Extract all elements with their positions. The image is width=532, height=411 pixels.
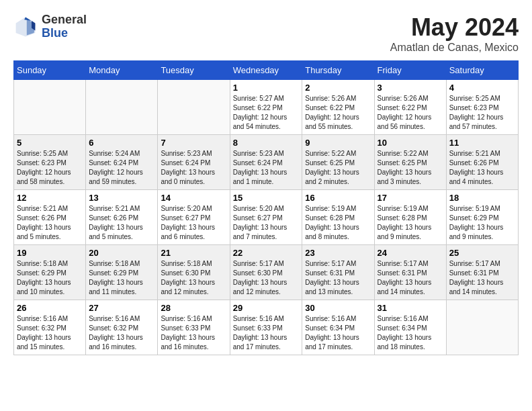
- day-number: 16: [305, 193, 371, 203]
- day-number: 31: [378, 303, 443, 313]
- day-number: 8: [233, 138, 300, 148]
- day-info: Sunrise: 5:25 AMSunset: 6:23 PMDaylight:…: [17, 149, 83, 187]
- day-info: Sunrise: 5:25 AMSunset: 6:23 PMDaylight:…: [449, 94, 515, 132]
- day-info: Sunrise: 5:16 AMSunset: 6:34 PMDaylight:…: [378, 314, 443, 352]
- day-info: Sunrise: 5:20 AMSunset: 6:27 PMDaylight:…: [161, 204, 226, 242]
- calendar-cell: 21Sunrise: 5:18 AMSunset: 6:30 PMDayligh…: [158, 245, 230, 300]
- calendar-cell: 13Sunrise: 5:21 AMSunset: 6:26 PMDayligh…: [86, 190, 158, 245]
- calendar-cell: 12Sunrise: 5:21 AMSunset: 6:26 PMDayligh…: [14, 190, 86, 245]
- calendar-cell: 27Sunrise: 5:16 AMSunset: 6:32 PMDayligh…: [86, 300, 158, 355]
- calendar-cell: 7Sunrise: 5:23 AMSunset: 6:24 PMDaylight…: [158, 135, 230, 190]
- day-info: Sunrise: 5:16 AMSunset: 6:33 PMDaylight:…: [233, 314, 300, 352]
- calendar-cell: 25Sunrise: 5:17 AMSunset: 6:31 PMDayligh…: [446, 245, 518, 300]
- day-info: Sunrise: 5:26 AMSunset: 6:22 PMDaylight:…: [305, 94, 371, 132]
- calendar-cell: 10Sunrise: 5:22 AMSunset: 6:25 PMDayligh…: [374, 135, 446, 190]
- day-number: 10: [378, 138, 443, 148]
- logo-text: General Blue: [42, 13, 87, 40]
- day-number: 22: [233, 248, 300, 258]
- day-info: Sunrise: 5:16 AMSunset: 6:32 PMDaylight:…: [89, 314, 154, 352]
- day-number: 26: [17, 303, 83, 313]
- calendar-cell: 20Sunrise: 5:18 AMSunset: 6:29 PMDayligh…: [86, 245, 158, 300]
- title-block: May 2024 Amatlan de Canas, Mexico: [390, 13, 519, 54]
- day-number: 28: [161, 303, 226, 313]
- day-number: 29: [233, 303, 300, 313]
- day-number: 9: [305, 138, 371, 148]
- day-number: 7: [161, 138, 226, 148]
- day-info: Sunrise: 5:24 AMSunset: 6:24 PMDaylight:…: [89, 149, 154, 187]
- calendar-cell: 17Sunrise: 5:19 AMSunset: 6:28 PMDayligh…: [374, 190, 446, 245]
- day-number: 5: [17, 138, 83, 148]
- day-number: 11: [449, 138, 515, 148]
- calendar-table: SundayMondayTuesdayWednesdayThursdayFrid…: [13, 60, 519, 355]
- calendar-cell: 1Sunrise: 5:27 AMSunset: 6:22 PMDaylight…: [230, 80, 302, 135]
- day-info: Sunrise: 5:26 AMSunset: 6:22 PMDaylight:…: [378, 94, 443, 132]
- calendar-cell: 22Sunrise: 5:17 AMSunset: 6:30 PMDayligh…: [230, 245, 302, 300]
- day-info: Sunrise: 5:19 AMSunset: 6:28 PMDaylight:…: [305, 204, 371, 242]
- day-number: 6: [89, 138, 154, 148]
- header-sunday: Sunday: [14, 61, 86, 80]
- day-number: 4: [449, 83, 515, 93]
- day-info: Sunrise: 5:20 AMSunset: 6:27 PMDaylight:…: [233, 204, 300, 242]
- calendar-week-row: 12Sunrise: 5:21 AMSunset: 6:26 PMDayligh…: [14, 190, 519, 245]
- day-number: 21: [161, 248, 226, 258]
- header-saturday: Saturday: [446, 61, 518, 80]
- day-number: 17: [378, 193, 443, 203]
- location-subtitle: Amatlan de Canas, Mexico: [390, 42, 519, 54]
- day-info: Sunrise: 5:17 AMSunset: 6:30 PMDaylight:…: [233, 259, 300, 297]
- day-info: Sunrise: 5:19 AMSunset: 6:28 PMDaylight:…: [378, 204, 443, 242]
- logo-icon: [13, 15, 38, 39]
- calendar-cell: 30Sunrise: 5:16 AMSunset: 6:34 PMDayligh…: [302, 300, 374, 355]
- month-year-title: May 2024: [390, 13, 519, 42]
- calendar-cell: 9Sunrise: 5:22 AMSunset: 6:25 PMDaylight…: [302, 135, 374, 190]
- calendar-cell: 6Sunrise: 5:24 AMSunset: 6:24 PMDaylight…: [86, 135, 158, 190]
- calendar-cell: 24Sunrise: 5:17 AMSunset: 6:31 PMDayligh…: [374, 245, 446, 300]
- day-number: 27: [89, 303, 154, 313]
- calendar-cell: 11Sunrise: 5:21 AMSunset: 6:26 PMDayligh…: [446, 135, 518, 190]
- day-number: 18: [449, 193, 515, 203]
- calendar-week-row: 26Sunrise: 5:16 AMSunset: 6:32 PMDayligh…: [14, 300, 519, 355]
- day-info: Sunrise: 5:18 AMSunset: 6:29 PMDaylight:…: [17, 259, 83, 297]
- calendar-cell: [86, 80, 158, 135]
- calendar-cell: 4Sunrise: 5:25 AMSunset: 6:23 PMDaylight…: [446, 80, 518, 135]
- calendar-cell: 18Sunrise: 5:19 AMSunset: 6:29 PMDayligh…: [446, 190, 518, 245]
- day-info: Sunrise: 5:18 AMSunset: 6:29 PMDaylight:…: [89, 259, 154, 297]
- calendar-cell: 31Sunrise: 5:16 AMSunset: 6:34 PMDayligh…: [374, 300, 446, 355]
- day-number: 3: [378, 83, 443, 93]
- calendar-cell: [446, 300, 518, 355]
- day-number: 12: [17, 193, 83, 203]
- day-info: Sunrise: 5:21 AMSunset: 6:26 PMDaylight:…: [17, 204, 83, 242]
- calendar-header-row: SundayMondayTuesdayWednesdayThursdayFrid…: [14, 61, 519, 80]
- header-thursday: Thursday: [302, 61, 374, 80]
- calendar-week-row: 1Sunrise: 5:27 AMSunset: 6:22 PMDaylight…: [14, 80, 519, 135]
- day-number: 14: [161, 193, 226, 203]
- day-info: Sunrise: 5:18 AMSunset: 6:30 PMDaylight:…: [161, 259, 226, 297]
- day-info: Sunrise: 5:17 AMSunset: 6:31 PMDaylight:…: [305, 259, 371, 297]
- calendar-week-row: 5Sunrise: 5:25 AMSunset: 6:23 PMDaylight…: [14, 135, 519, 190]
- day-number: 23: [305, 248, 371, 258]
- logo: General Blue: [13, 13, 87, 40]
- calendar-cell: 19Sunrise: 5:18 AMSunset: 6:29 PMDayligh…: [14, 245, 86, 300]
- day-info: Sunrise: 5:21 AMSunset: 6:26 PMDaylight:…: [449, 149, 515, 187]
- day-info: Sunrise: 5:17 AMSunset: 6:31 PMDaylight:…: [449, 259, 515, 297]
- day-number: 25: [449, 248, 515, 258]
- day-info: Sunrise: 5:17 AMSunset: 6:31 PMDaylight:…: [378, 259, 443, 297]
- day-number: 24: [378, 248, 443, 258]
- day-info: Sunrise: 5:19 AMSunset: 6:29 PMDaylight:…: [449, 204, 515, 242]
- calendar-cell: [14, 80, 86, 135]
- header-monday: Monday: [86, 61, 158, 80]
- day-info: Sunrise: 5:23 AMSunset: 6:24 PMDaylight:…: [161, 149, 226, 187]
- day-number: 30: [305, 303, 371, 313]
- calendar-cell: 26Sunrise: 5:16 AMSunset: 6:32 PMDayligh…: [14, 300, 86, 355]
- day-number: 13: [89, 193, 154, 203]
- calendar-cell: 14Sunrise: 5:20 AMSunset: 6:27 PMDayligh…: [158, 190, 230, 245]
- day-info: Sunrise: 5:23 AMSunset: 6:24 PMDaylight:…: [233, 149, 300, 187]
- calendar-cell: 28Sunrise: 5:16 AMSunset: 6:33 PMDayligh…: [158, 300, 230, 355]
- calendar-cell: 8Sunrise: 5:23 AMSunset: 6:24 PMDaylight…: [230, 135, 302, 190]
- header-friday: Friday: [374, 61, 446, 80]
- day-info: Sunrise: 5:16 AMSunset: 6:34 PMDaylight:…: [305, 314, 371, 352]
- calendar-cell: 15Sunrise: 5:20 AMSunset: 6:27 PMDayligh…: [230, 190, 302, 245]
- day-number: 1: [233, 83, 300, 93]
- day-info: Sunrise: 5:21 AMSunset: 6:26 PMDaylight:…: [89, 204, 154, 242]
- day-info: Sunrise: 5:27 AMSunset: 6:22 PMDaylight:…: [233, 94, 300, 132]
- day-number: 20: [89, 248, 154, 258]
